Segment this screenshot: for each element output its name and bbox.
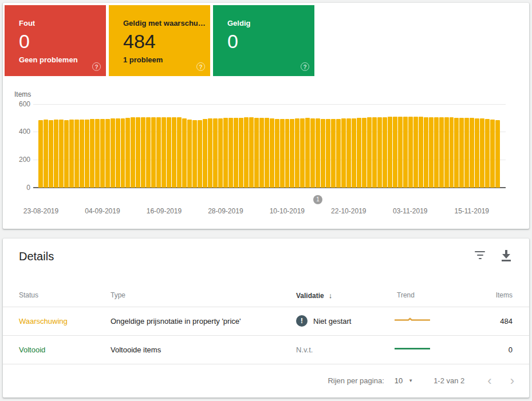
table-row-warning[interactable]: Waarschuwing Ongeldige prijsnotatie in p… (3, 307, 529, 335)
bar (265, 118, 269, 188)
pagination-range: 1-2 van 2 (434, 376, 464, 385)
column-header-type[interactable]: Type (111, 291, 125, 299)
help-icon[interactable]: ? (301, 62, 309, 71)
bar (326, 119, 330, 188)
rows-per-page-value[interactable]: 10 (395, 376, 403, 385)
bar (259, 118, 264, 188)
x-tick-label: 03-11-2019 (393, 207, 428, 215)
bar (125, 118, 130, 188)
bar (383, 117, 387, 188)
rows-per-page-label: Rijen per pagina: (328, 376, 384, 385)
card-value: 0 (227, 30, 238, 53)
column-header-status[interactable]: Status (19, 291, 38, 299)
bar-plot[interactable] (38, 104, 500, 188)
validation-cell: ! Niet gestart (296, 315, 351, 327)
bar (213, 118, 218, 188)
status-cell: Voltooid (19, 346, 45, 354)
bar (234, 118, 238, 188)
bar (295, 118, 300, 188)
bar (228, 118, 233, 188)
card-value: 484 (123, 30, 156, 53)
bar (198, 120, 202, 188)
download-button[interactable] (499, 249, 513, 263)
bar (239, 118, 243, 188)
card-label: Fout (19, 19, 35, 27)
previous-page-button[interactable]: ‹ (487, 375, 491, 387)
bar (459, 118, 464, 188)
search-console-validation-report: Fout 0 Geen problemen ? Geldig met waars… (0, 0, 532, 401)
validation-label: Niet gestart (313, 317, 351, 325)
bar (182, 118, 187, 188)
bar (69, 120, 74, 188)
help-icon[interactable]: ? (92, 62, 101, 71)
bar (136, 117, 140, 188)
x-tick-label: 04-09-2019 (85, 207, 120, 215)
bar (388, 117, 392, 188)
bar (141, 117, 145, 188)
bar (249, 117, 254, 188)
table-header: Status Type Validatie↓ Trend Items (3, 284, 529, 307)
status-card-valid[interactable]: Geldig 0 ? (213, 5, 314, 76)
bar (393, 117, 397, 188)
bar (362, 118, 367, 188)
bar (346, 118, 351, 188)
bar (377, 117, 382, 188)
bar (419, 117, 423, 188)
column-header-validatie[interactable]: Validatie↓ (296, 291, 332, 300)
bar (398, 117, 403, 188)
status-card-valid-with-warnings[interactable]: Geldig met waarschu… 484 1 probleem ? (109, 5, 210, 76)
bar (336, 119, 341, 188)
bar (490, 120, 495, 188)
bar (403, 117, 408, 188)
bar (203, 119, 207, 188)
details-panel: Details Status Type Validatie↓ Trend Ite… (3, 239, 529, 398)
type-cell: Voltooide items (111, 346, 161, 354)
column-header-trend[interactable]: Trend (397, 291, 415, 299)
bar (408, 117, 413, 188)
timeline-marker[interactable]: 1 (313, 195, 322, 204)
table-row-done[interactable]: Voltooid Voltooide items N.v.t. 0 (3, 335, 529, 364)
exclamation-circle-icon: ! (296, 315, 308, 327)
bar (439, 117, 444, 188)
items-cell: 484 (500, 317, 513, 325)
status-card-error[interactable]: Fout 0 Geen problemen ? (5, 5, 106, 76)
bar (218, 118, 223, 188)
bar (352, 118, 356, 188)
bar (111, 118, 115, 188)
card-caption: Geen problemen (19, 55, 78, 64)
bar (424, 117, 428, 188)
bar (331, 119, 336, 188)
x-tick-label: 16-09-2019 (147, 207, 182, 215)
filter-button[interactable] (473, 249, 487, 263)
column-header-items[interactable]: Items (496, 291, 513, 299)
card-label: Geldig met waarschu… (123, 19, 206, 27)
column-header-label: Validatie (296, 292, 324, 300)
bar (475, 118, 479, 188)
dropdown-arrow-icon[interactable]: ▼ (408, 378, 413, 383)
x-tick-label: 22-10-2019 (331, 207, 366, 215)
bar (156, 117, 161, 188)
y-axis-ticks: 600 400 200 0 (3, 104, 30, 188)
bar (444, 117, 449, 188)
items-cell: 0 (509, 346, 513, 354)
bar (480, 118, 484, 188)
bar (290, 119, 294, 188)
bar (85, 120, 89, 188)
bar (100, 119, 105, 188)
validation-label: N.v.t. (296, 346, 313, 354)
trend-sparkline (394, 316, 431, 326)
y-axis-title: Items (14, 90, 31, 98)
card-caption: 1 probleem (123, 55, 163, 64)
type-cell: Ongeldige prijsnotatie in property 'pric… (111, 317, 241, 325)
bar (464, 118, 469, 188)
help-icon[interactable]: ? (196, 62, 205, 71)
bar (367, 117, 372, 188)
bar (454, 118, 459, 188)
sort-desc-icon: ↓ (329, 291, 333, 300)
y-tick-label: 200 (3, 156, 30, 164)
y-tick-label: 600 (3, 100, 30, 108)
bar (341, 118, 346, 188)
bar (131, 117, 135, 188)
next-page-button[interactable]: › (510, 375, 514, 387)
bar (223, 118, 228, 188)
